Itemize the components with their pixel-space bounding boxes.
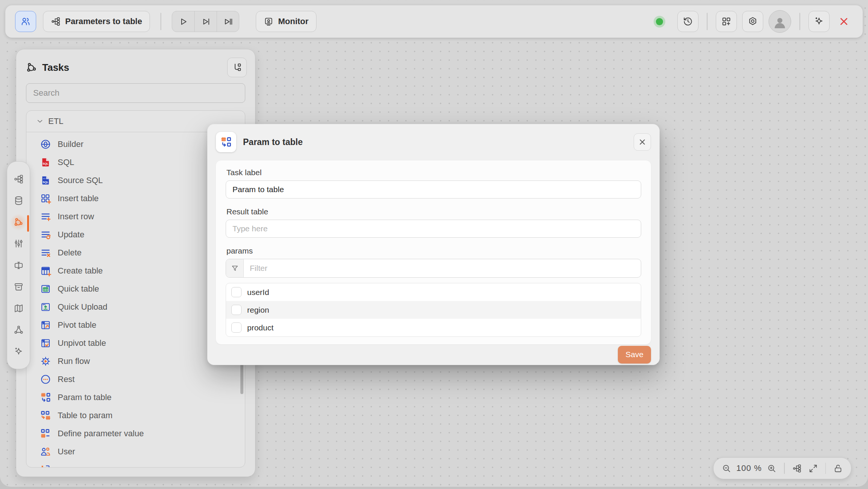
table-to-param-icon — [40, 410, 51, 421]
history-icon — [683, 16, 693, 27]
params-filter-input[interactable] — [244, 259, 641, 277]
param-checkbox[interactable] — [231, 287, 241, 297]
dialog-icon-box — [216, 132, 236, 152]
step-forward-icon — [201, 17, 211, 27]
rail-item-sparkles[interactable] — [10, 343, 27, 360]
rail-item-sliders[interactable] — [10, 235, 27, 252]
dialog-footer: Save — [208, 344, 659, 365]
task-item-label: Insert table — [58, 194, 99, 203]
task-item[interactable]: User — [26, 443, 245, 461]
pivot-table-icon — [40, 319, 51, 331]
save-button[interactable]: Save — [618, 346, 651, 364]
dialog-form: Task label Result table params userIdreg… — [216, 160, 651, 344]
run-pause-button[interactable] — [217, 11, 239, 32]
create-table-icon — [40, 265, 51, 277]
settings-button[interactable] — [742, 11, 763, 32]
gear-icon — [747, 16, 758, 27]
status-indicator-dot — [656, 18, 663, 25]
rail-item-database[interactable] — [10, 192, 27, 209]
controls-divider — [784, 463, 785, 474]
param-to-table-icon — [40, 392, 51, 403]
zoom-out-button[interactable] — [720, 462, 733, 475]
lock-button[interactable] — [832, 462, 844, 475]
group-label: ETL — [48, 116, 63, 126]
fullscreen-icon — [808, 464, 818, 473]
param-option-label: product — [247, 323, 274, 332]
grid-plus-icon — [721, 16, 732, 27]
task-item-label: Pivot table — [58, 320, 96, 330]
task-item[interactable]: Table to param — [26, 406, 245, 425]
param-to-table-dialog: Param to table Task label Result table p… — [207, 124, 660, 365]
param-option-row[interactable]: product — [226, 319, 641, 336]
nodes-triangle-icon — [14, 325, 24, 335]
rail-item-input-field[interactable] — [10, 257, 27, 274]
tasks-icon — [26, 62, 37, 73]
run-button[interactable] — [172, 11, 194, 32]
dialog-close-button[interactable] — [634, 133, 651, 151]
zoom-in-button[interactable] — [766, 462, 778, 475]
monitor-button[interactable]: Monitor — [256, 11, 316, 32]
filter-button[interactable] — [226, 259, 244, 277]
result-table-input[interactable] — [226, 220, 641, 238]
params-label: params — [226, 246, 641, 255]
apps-button[interactable] — [716, 11, 737, 32]
active-rail-indicator — [27, 215, 29, 232]
task-item-label: Define parameter value — [58, 429, 144, 439]
tasks-nodes-icon — [14, 217, 24, 227]
auto-layout-button[interactable] — [791, 462, 803, 475]
task-label-input[interactable] — [226, 180, 641, 199]
sliders-icon — [14, 238, 24, 249]
param-option-row[interactable]: region — [226, 301, 641, 319]
search-input[interactable] — [26, 83, 245, 103]
task-item[interactable] — [26, 461, 245, 468]
fit-view-button[interactable] — [807, 462, 819, 475]
param-checkbox[interactable] — [231, 322, 241, 333]
users-icon — [20, 16, 31, 27]
task-item-label: SQL — [58, 157, 74, 167]
task-item-label: Quick table — [58, 284, 99, 294]
task-item-label: Source SQL — [58, 176, 103, 185]
toolbar-divider — [707, 13, 708, 30]
result-table-label: Result table — [226, 207, 641, 216]
task-item-label: Insert row — [58, 212, 94, 222]
input-field-icon — [14, 260, 24, 270]
assistant-button[interactable] — [808, 11, 830, 32]
rail-item-nodes-triangle[interactable] — [10, 322, 27, 338]
rail-item-archive[interactable] — [10, 278, 27, 295]
param-checkbox[interactable] — [231, 305, 241, 315]
rail-item-flow[interactable] — [10, 171, 27, 187]
param-option-row[interactable]: userId — [226, 283, 641, 301]
rail-item-tasks-nodes[interactable] — [10, 214, 27, 231]
param-option-label: userId — [247, 288, 269, 297]
flow-name-button[interactable]: Parameters to table — [43, 11, 150, 32]
close-button[interactable] — [835, 12, 853, 31]
avatar-button[interactable] — [769, 10, 791, 33]
tree-view-button[interactable] — [227, 58, 247, 77]
insert-row-icon — [40, 211, 51, 222]
task-item-label: Create table — [58, 266, 103, 276]
task-item[interactable]: Param to table — [26, 388, 245, 406]
play-pause-icon — [223, 17, 233, 27]
close-icon — [638, 138, 646, 146]
delete-icon — [40, 247, 51, 258]
task-item-label: Rest — [58, 374, 75, 384]
task-item-label: Quick Upload — [58, 302, 107, 312]
app-window: Parameters to table Monitor Tasks — [0, 0, 868, 489]
users-button[interactable] — [15, 11, 36, 32]
svg-text:SQL: SQL — [43, 162, 49, 165]
run-to-task-button[interactable] — [194, 11, 217, 32]
flow-name-label: Parameters to table — [65, 17, 142, 26]
task-item[interactable]: Define parameter value — [26, 425, 245, 443]
task-item[interactable]: Rest — [26, 370, 245, 388]
history-button[interactable] — [677, 11, 698, 32]
flow-icon — [14, 174, 24, 184]
zoom-level: 100 % — [737, 463, 762, 473]
toolbar-divider — [160, 13, 161, 30]
task-item-label: Param to table — [58, 393, 112, 402]
tasks-panel-header: Tasks — [16, 49, 255, 77]
rest-icon — [40, 374, 51, 385]
panel-title: Tasks — [42, 62, 222, 73]
dialog-title: Param to table — [243, 137, 627, 147]
rail-item-map[interactable] — [10, 300, 27, 317]
task-label-label: Task label — [226, 168, 641, 177]
